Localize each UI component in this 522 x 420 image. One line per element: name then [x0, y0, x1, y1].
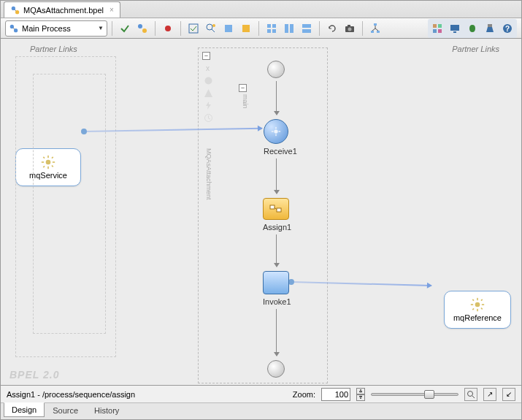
file-tab-label: MQAsAttachment.bpel [23, 6, 104, 15]
zoom-input[interactable] [321, 388, 350, 401]
find-button[interactable] [203, 20, 219, 37]
svg-point-56 [274, 129, 277, 133]
checklist-button[interactable] [185, 20, 201, 37]
svg-rect-62 [277, 208, 281, 212]
separator [112, 21, 112, 36]
svg-rect-22 [348, 25, 350, 27]
layout-button-3[interactable] [299, 20, 315, 37]
toolbar-right-group: ? [428, 19, 517, 38]
svg-rect-58 [275, 134, 276, 137]
svg-point-21 [348, 27, 352, 31]
tool-button-2[interactable] [238, 20, 254, 37]
help-button[interactable]: ? [499, 20, 515, 37]
zoom-slider-thumb[interactable] [424, 390, 434, 399]
svg-rect-48 [482, 304, 484, 305]
svg-rect-11 [242, 25, 250, 32]
scope-dropdown[interactable]: Main Process ▼ [5, 20, 107, 37]
tool-button-1[interactable] [220, 20, 237, 37]
svg-rect-24 [371, 31, 374, 33]
svg-rect-16 [285, 24, 288, 33]
swimlane-label-process: MQAsAttachment [205, 148, 212, 200]
bpel-version-watermark: BPEL 2.0 [9, 369, 59, 381]
invoke-node[interactable]: Invoke1 [263, 271, 291, 306]
palette-clock-icon[interactable] [204, 113, 213, 123]
svg-rect-32 [488, 24, 492, 27]
statusbar: Assign1 - /process/sequence/assign Zoom:… [1, 386, 521, 403]
swimlane-label-main: main [242, 94, 249, 109]
svg-point-68 [468, 391, 473, 396]
close-tab-icon[interactable]: × [110, 6, 114, 14]
partner-links-left-label: Partner Links [30, 45, 77, 53]
partner-link-mqreference[interactable]: mqReference [444, 291, 511, 329]
receive-node[interactable]: Receive1 [264, 119, 297, 156]
flow-arrow [276, 159, 277, 194]
svg-rect-25 [377, 31, 380, 33]
zoom-reset-button[interactable] [464, 388, 477, 401]
svg-rect-12 [267, 24, 271, 28]
layout-button-1[interactable] [264, 20, 280, 37]
flow-arrow [276, 309, 277, 356]
process-icon [9, 23, 19, 34]
monitor-view-button[interactable] [447, 20, 463, 37]
assign-icon [269, 204, 283, 214]
palette-flash-icon[interactable] [204, 101, 213, 110]
camera-button[interactable] [342, 20, 358, 37]
svg-point-54 [205, 77, 212, 85]
partner-link-label: mqReference [453, 313, 502, 322]
svg-point-44 [475, 302, 480, 308]
gear-icon [271, 126, 281, 137]
svg-rect-51 [472, 308, 475, 310]
collapse-button[interactable]: ↙ [502, 388, 515, 401]
svg-rect-31 [453, 31, 456, 33]
toolbar: Main Process ▼ ? [1, 18, 521, 39]
separator [258, 21, 259, 36]
collapse-toggle-mid[interactable]: − [239, 84, 247, 92]
debug-view-button[interactable] [464, 20, 480, 37]
zoom-up-button[interactable]: ᐃ [356, 388, 365, 394]
bpel-file-icon [10, 5, 20, 15]
end-node[interactable] [267, 360, 285, 378]
receive-node-label: Receive1 [264, 147, 297, 156]
svg-rect-47 [471, 304, 473, 305]
svg-rect-27 [438, 24, 442, 28]
caret-down-icon: ▼ [98, 25, 104, 31]
assign-node-label: Assign1 [263, 223, 291, 232]
layout-button-2[interactable] [281, 20, 297, 37]
start-node[interactable] [267, 61, 285, 78]
zoom-spinner: ᐃ ᐁ [356, 388, 365, 401]
validate-button[interactable] [117, 20, 133, 37]
canvas[interactable]: Partner Links Partner Links mqService mq… [1, 39, 521, 386]
svg-rect-57 [275, 127, 276, 129]
open-external-button[interactable]: ↗ [483, 388, 496, 401]
palette-view-button[interactable] [429, 20, 445, 37]
svg-rect-61 [270, 205, 275, 209]
test-view-button[interactable] [482, 20, 498, 37]
tree-button[interactable] [367, 20, 383, 37]
flow-arrow [276, 234, 277, 267]
svg-rect-29 [438, 29, 442, 33]
file-tabbar: MQAsAttachment.bpel × [1, 1, 521, 18]
assign-node[interactable]: Assign1 [263, 198, 291, 232]
gear-icon [470, 297, 485, 312]
breakpoint-button[interactable] [160, 20, 176, 37]
process-sequence-inner[interactable] [33, 74, 106, 334]
zoom-down-button[interactable]: ᐁ [356, 394, 365, 401]
svg-rect-49 [472, 299, 475, 301]
file-tab[interactable]: MQAsAttachment.bpel × [4, 1, 120, 18]
svg-rect-15 [272, 29, 276, 33]
palette-variable-icon[interactable]: x [204, 64, 213, 73]
tab-design[interactable]: Design [4, 402, 45, 417]
separator [180, 21, 181, 36]
palette-gear-icon[interactable] [204, 76, 213, 85]
palette-warning-icon[interactable] [204, 88, 213, 98]
bottom-tabs: Design Source History [1, 403, 521, 419]
partner-link-button[interactable] [134, 20, 150, 37]
separator [362, 21, 363, 36]
svg-rect-7 [189, 24, 198, 33]
zoom-slider[interactable] [371, 393, 458, 396]
collapse-toggle-outer[interactable]: − [202, 52, 210, 60]
tab-source[interactable]: Source [45, 403, 86, 418]
tab-history[interactable]: History [86, 403, 127, 418]
flow-arrow [276, 81, 277, 115]
refresh-button[interactable] [324, 20, 340, 37]
